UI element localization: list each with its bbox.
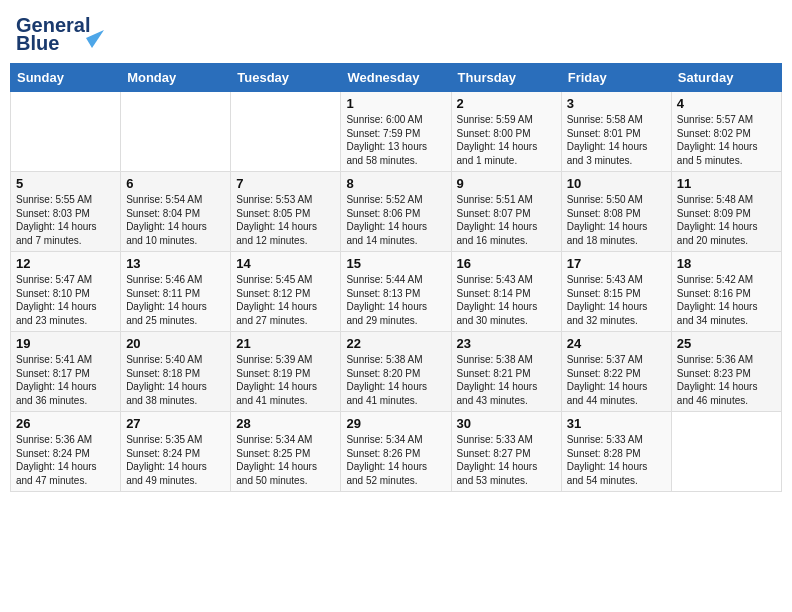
day-cell [231,92,341,172]
day-info: Sunrise: 5:52 AM Sunset: 8:06 PM Dayligh… [346,193,445,247]
day-cell: 9Sunrise: 5:51 AM Sunset: 8:07 PM Daylig… [451,172,561,252]
day-cell: 31Sunrise: 5:33 AM Sunset: 8:28 PM Dayli… [561,412,671,492]
day-number: 27 [126,416,225,431]
day-number: 10 [567,176,666,191]
day-info: Sunrise: 5:46 AM Sunset: 8:11 PM Dayligh… [126,273,225,327]
day-cell: 3Sunrise: 5:58 AM Sunset: 8:01 PM Daylig… [561,92,671,172]
weekday-header-friday: Friday [561,64,671,92]
day-cell: 14Sunrise: 5:45 AM Sunset: 8:12 PM Dayli… [231,252,341,332]
day-cell: 20Sunrise: 5:40 AM Sunset: 8:18 PM Dayli… [121,332,231,412]
day-number: 3 [567,96,666,111]
day-info: Sunrise: 5:35 AM Sunset: 8:24 PM Dayligh… [126,433,225,487]
day-cell: 22Sunrise: 5:38 AM Sunset: 8:20 PM Dayli… [341,332,451,412]
weekday-header-row: SundayMondayTuesdayWednesdayThursdayFrid… [11,64,782,92]
week-row-2: 5Sunrise: 5:55 AM Sunset: 8:03 PM Daylig… [11,172,782,252]
day-info: Sunrise: 5:37 AM Sunset: 8:22 PM Dayligh… [567,353,666,407]
day-number: 19 [16,336,115,351]
day-info: Sunrise: 5:43 AM Sunset: 8:14 PM Dayligh… [457,273,556,327]
calendar-body: 1Sunrise: 6:00 AM Sunset: 7:59 PM Daylig… [11,92,782,492]
day-info: Sunrise: 5:39 AM Sunset: 8:19 PM Dayligh… [236,353,335,407]
weekday-header-saturday: Saturday [671,64,781,92]
svg-text:Blue: Blue [16,32,59,54]
day-info: Sunrise: 5:51 AM Sunset: 8:07 PM Dayligh… [457,193,556,247]
day-number: 2 [457,96,556,111]
day-number: 14 [236,256,335,271]
calendar-header: SundayMondayTuesdayWednesdayThursdayFrid… [11,64,782,92]
day-info: Sunrise: 5:54 AM Sunset: 8:04 PM Dayligh… [126,193,225,247]
day-cell: 12Sunrise: 5:47 AM Sunset: 8:10 PM Dayli… [11,252,121,332]
day-number: 1 [346,96,445,111]
day-cell [121,92,231,172]
day-number: 31 [567,416,666,431]
day-info: Sunrise: 5:34 AM Sunset: 8:25 PM Dayligh… [236,433,335,487]
day-number: 15 [346,256,445,271]
day-info: Sunrise: 5:57 AM Sunset: 8:02 PM Dayligh… [677,113,776,167]
calendar-table: SundayMondayTuesdayWednesdayThursdayFrid… [10,63,782,492]
day-cell: 6Sunrise: 5:54 AM Sunset: 8:04 PM Daylig… [121,172,231,252]
day-number: 5 [16,176,115,191]
day-info: Sunrise: 5:40 AM Sunset: 8:18 PM Dayligh… [126,353,225,407]
day-cell: 19Sunrise: 5:41 AM Sunset: 8:17 PM Dayli… [11,332,121,412]
page-header: General Blue [10,10,782,55]
day-cell: 25Sunrise: 5:36 AM Sunset: 8:23 PM Dayli… [671,332,781,412]
day-cell: 26Sunrise: 5:36 AM Sunset: 8:24 PM Dayli… [11,412,121,492]
logo-svg: General Blue [14,10,104,55]
day-number: 12 [16,256,115,271]
day-info: Sunrise: 5:45 AM Sunset: 8:12 PM Dayligh… [236,273,335,327]
day-cell: 16Sunrise: 5:43 AM Sunset: 8:14 PM Dayli… [451,252,561,332]
week-row-4: 19Sunrise: 5:41 AM Sunset: 8:17 PM Dayli… [11,332,782,412]
day-info: Sunrise: 5:50 AM Sunset: 8:08 PM Dayligh… [567,193,666,247]
day-cell [671,412,781,492]
day-number: 22 [346,336,445,351]
day-info: Sunrise: 5:42 AM Sunset: 8:16 PM Dayligh… [677,273,776,327]
day-info: Sunrise: 5:48 AM Sunset: 8:09 PM Dayligh… [677,193,776,247]
logo: General Blue [14,10,104,55]
day-number: 18 [677,256,776,271]
day-cell: 8Sunrise: 5:52 AM Sunset: 8:06 PM Daylig… [341,172,451,252]
day-info: Sunrise: 5:41 AM Sunset: 8:17 PM Dayligh… [16,353,115,407]
day-info: Sunrise: 5:43 AM Sunset: 8:15 PM Dayligh… [567,273,666,327]
day-cell: 24Sunrise: 5:37 AM Sunset: 8:22 PM Dayli… [561,332,671,412]
day-info: Sunrise: 5:33 AM Sunset: 8:28 PM Dayligh… [567,433,666,487]
day-number: 30 [457,416,556,431]
day-cell: 5Sunrise: 5:55 AM Sunset: 8:03 PM Daylig… [11,172,121,252]
day-cell: 17Sunrise: 5:43 AM Sunset: 8:15 PM Dayli… [561,252,671,332]
day-info: Sunrise: 5:38 AM Sunset: 8:20 PM Dayligh… [346,353,445,407]
day-info: Sunrise: 5:47 AM Sunset: 8:10 PM Dayligh… [16,273,115,327]
day-number: 4 [677,96,776,111]
day-info: Sunrise: 5:58 AM Sunset: 8:01 PM Dayligh… [567,113,666,167]
day-number: 9 [457,176,556,191]
day-cell: 27Sunrise: 5:35 AM Sunset: 8:24 PM Dayli… [121,412,231,492]
weekday-header-thursday: Thursday [451,64,561,92]
day-number: 16 [457,256,556,271]
day-info: Sunrise: 5:34 AM Sunset: 8:26 PM Dayligh… [346,433,445,487]
weekday-header-tuesday: Tuesday [231,64,341,92]
day-number: 28 [236,416,335,431]
day-cell [11,92,121,172]
day-info: Sunrise: 5:36 AM Sunset: 8:24 PM Dayligh… [16,433,115,487]
day-number: 7 [236,176,335,191]
day-cell: 21Sunrise: 5:39 AM Sunset: 8:19 PM Dayli… [231,332,341,412]
day-number: 11 [677,176,776,191]
day-number: 25 [677,336,776,351]
day-info: Sunrise: 5:36 AM Sunset: 8:23 PM Dayligh… [677,353,776,407]
week-row-3: 12Sunrise: 5:47 AM Sunset: 8:10 PM Dayli… [11,252,782,332]
day-cell: 15Sunrise: 5:44 AM Sunset: 8:13 PM Dayli… [341,252,451,332]
day-number: 29 [346,416,445,431]
day-cell: 28Sunrise: 5:34 AM Sunset: 8:25 PM Dayli… [231,412,341,492]
day-cell: 4Sunrise: 5:57 AM Sunset: 8:02 PM Daylig… [671,92,781,172]
day-number: 20 [126,336,225,351]
day-number: 26 [16,416,115,431]
day-number: 17 [567,256,666,271]
weekday-header-wednesday: Wednesday [341,64,451,92]
day-cell: 29Sunrise: 5:34 AM Sunset: 8:26 PM Dayli… [341,412,451,492]
day-cell: 2Sunrise: 5:59 AM Sunset: 8:00 PM Daylig… [451,92,561,172]
day-cell: 30Sunrise: 5:33 AM Sunset: 8:27 PM Dayli… [451,412,561,492]
day-number: 13 [126,256,225,271]
day-info: Sunrise: 5:44 AM Sunset: 8:13 PM Dayligh… [346,273,445,327]
day-cell: 1Sunrise: 6:00 AM Sunset: 7:59 PM Daylig… [341,92,451,172]
day-cell: 13Sunrise: 5:46 AM Sunset: 8:11 PM Dayli… [121,252,231,332]
day-info: Sunrise: 5:33 AM Sunset: 8:27 PM Dayligh… [457,433,556,487]
weekday-header-monday: Monday [121,64,231,92]
day-number: 8 [346,176,445,191]
